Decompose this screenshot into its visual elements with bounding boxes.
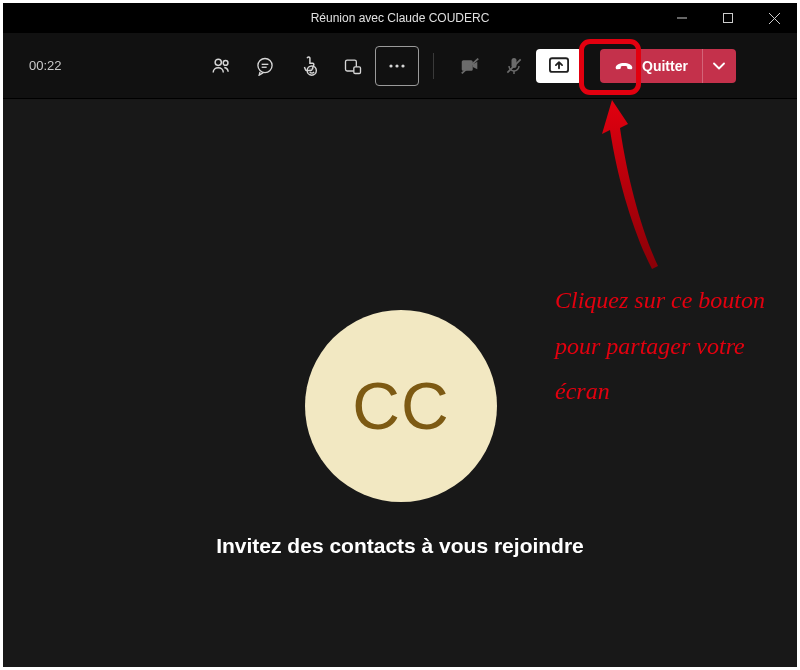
reactions-button[interactable] xyxy=(287,46,331,86)
maximize-button[interactable] xyxy=(705,3,751,33)
window-controls xyxy=(659,3,797,33)
meeting-window: Réunion avec Claude COUDERC 00:22 xyxy=(3,3,797,667)
mic-off-icon xyxy=(504,55,524,77)
camera-off-icon xyxy=(459,55,481,77)
meeting-toolbar: 00:22 xyxy=(3,33,797,99)
minimize-button[interactable] xyxy=(659,3,705,33)
camera-button[interactable] xyxy=(448,46,492,86)
mic-button[interactable] xyxy=(492,46,536,86)
chat-icon xyxy=(255,56,275,76)
share-screen-button[interactable] xyxy=(536,49,582,83)
more-actions-button[interactable] xyxy=(375,46,419,86)
svg-point-5 xyxy=(223,60,228,65)
leave-button[interactable]: Quitter xyxy=(600,49,702,83)
svg-point-6 xyxy=(258,58,272,72)
rooms-button[interactable] xyxy=(331,46,375,86)
svg-point-14 xyxy=(389,64,392,67)
people-icon xyxy=(210,55,232,77)
svg-rect-1 xyxy=(724,14,733,23)
titlebar: Réunion avec Claude COUDERC xyxy=(3,3,797,33)
avatar-initials: CC xyxy=(352,368,449,444)
meeting-stage: CC Invitez des contacts à vous rejoindre xyxy=(3,99,797,667)
hangup-icon xyxy=(614,59,634,73)
participant-avatar: CC xyxy=(305,310,497,502)
reactions-icon xyxy=(298,55,320,77)
leave-button-group: Quitter xyxy=(600,49,736,83)
chevron-down-icon xyxy=(713,62,725,70)
svg-rect-13 xyxy=(354,66,361,73)
toolbar-center: Quitter xyxy=(199,46,736,86)
participants-button[interactable] xyxy=(199,46,243,86)
share-screen-icon xyxy=(548,56,570,76)
svg-point-4 xyxy=(215,59,221,65)
close-button[interactable] xyxy=(751,3,797,33)
svg-point-16 xyxy=(401,64,404,67)
invite-prompt: Invitez des contacts à vous rejoindre xyxy=(3,534,797,558)
call-timer: 00:22 xyxy=(29,58,199,73)
chat-button[interactable] xyxy=(243,46,287,86)
breakout-rooms-icon xyxy=(343,56,363,76)
toolbar-divider xyxy=(433,53,434,79)
leave-label: Quitter xyxy=(642,58,688,74)
leave-options-button[interactable] xyxy=(702,49,736,83)
svg-point-15 xyxy=(395,64,398,67)
ellipsis-icon xyxy=(388,63,406,69)
